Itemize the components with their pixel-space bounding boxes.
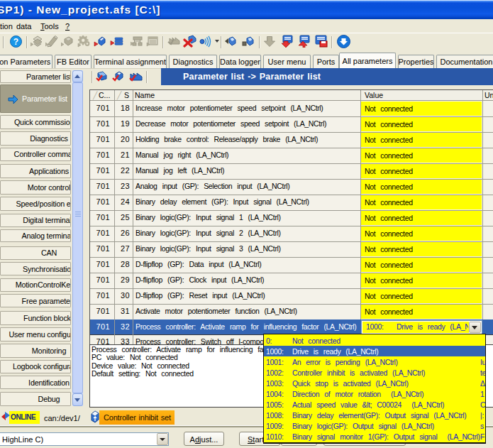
svg-text:?: ? [13,37,18,47]
